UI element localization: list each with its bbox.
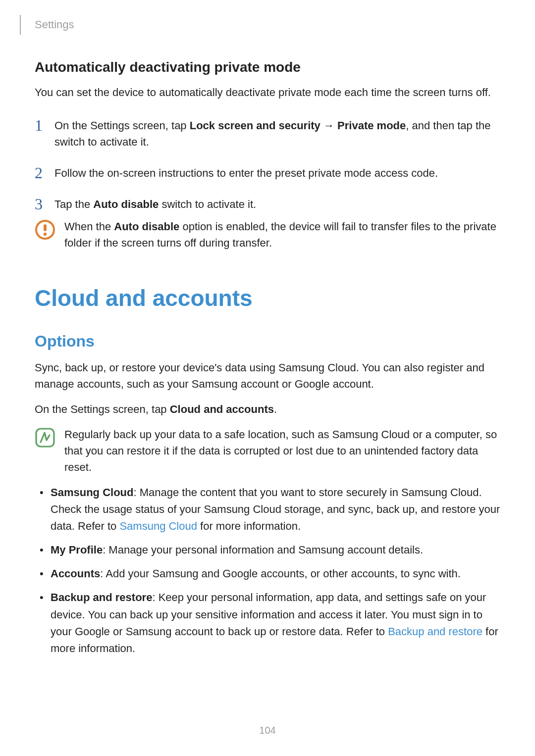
- item-label: Accounts: [51, 567, 100, 580]
- step-3: 3 Tap the Auto disable switch to activat…: [35, 195, 500, 212]
- item-label: Samsung Cloud: [51, 486, 133, 499]
- step-number: 2: [35, 164, 54, 181]
- link-samsung-cloud[interactable]: Samsung Cloud: [119, 520, 197, 532]
- item-text: : Manage your personal information and S…: [103, 544, 423, 556]
- intro-paragraph: You can set the device to automatically …: [35, 84, 500, 101]
- item-label: My Profile: [51, 544, 103, 556]
- list-item: Accounts: Add your Samsung and Google ac…: [51, 565, 500, 582]
- step-number: 1: [35, 116, 54, 133]
- manual-page: Settings Automatically deactivating priv…: [0, 0, 535, 756]
- note-callout: Regularly back up your data to a safe lo…: [35, 426, 500, 475]
- breadcrumb-label: Settings: [35, 18, 74, 31]
- step-body: On the Settings screen, tap Lock screen …: [54, 116, 500, 150]
- list-item: Samsung Cloud: Manage the content that y…: [51, 484, 500, 535]
- step-1: 1 On the Settings screen, tap Lock scree…: [35, 116, 500, 150]
- step3-bold: Auto disable: [93, 198, 159, 210]
- feature-list: Samsung Cloud: Manage the content that y…: [35, 484, 500, 657]
- item-text-post: for more information.: [197, 520, 301, 532]
- item-label: Backup and restore: [51, 591, 152, 604]
- note-icon: [35, 427, 55, 448]
- svg-point-2: [44, 233, 47, 236]
- link-backup-restore[interactable]: Backup and restore: [388, 625, 482, 638]
- warn-p1: When the: [64, 220, 114, 233]
- options-instruction: On the Settings screen, tap Cloud and ac…: [35, 401, 500, 417]
- instr-bold: Cloud and accounts: [170, 403, 274, 415]
- item-text: : Add your Samsung and Google accounts, …: [100, 567, 461, 580]
- options-intro: Sync, back up, or restore your device's …: [35, 359, 500, 392]
- section-heading-auto-deactivate: Automatically deactivating private mode: [35, 59, 500, 75]
- step-number: 3: [35, 195, 54, 212]
- step3-prefix: Tap the: [54, 198, 93, 210]
- step-2: 2 Follow the on-screen instructions to e…: [35, 164, 500, 181]
- step3-suffix: switch to activate it.: [159, 198, 256, 210]
- warning-text: When the Auto disable option is enabled,…: [64, 218, 500, 251]
- svg-rect-3: [36, 429, 54, 447]
- warning-icon: [35, 219, 55, 240]
- instr-post: .: [274, 403, 277, 415]
- step1-bold2: Private mode: [337, 119, 406, 132]
- chapter-title-cloud: Cloud and accounts: [35, 285, 500, 311]
- step1-bold1: Lock screen and security: [190, 119, 321, 132]
- page-number: 104: [0, 725, 535, 736]
- breadcrumb-bar: [20, 15, 21, 35]
- note-text: Regularly back up your data to a safe lo…: [64, 426, 500, 475]
- subheading-options: Options: [35, 332, 500, 351]
- step-body: Tap the Auto disable switch to activate …: [54, 195, 500, 212]
- arrow-icon: →: [321, 119, 337, 132]
- warning-callout: When the Auto disable option is enabled,…: [35, 218, 500, 251]
- breadcrumb: Settings: [35, 15, 500, 35]
- warn-bold: Auto disable: [114, 220, 179, 233]
- list-item: Backup and restore: Keep your personal i…: [51, 589, 500, 656]
- instr-pre: On the Settings screen, tap: [35, 403, 170, 415]
- step-body: Follow the on-screen instructions to ent…: [54, 164, 500, 181]
- svg-rect-1: [44, 224, 47, 231]
- step1-prefix: On the Settings screen, tap: [54, 119, 190, 132]
- list-item: My Profile: Manage your personal informa…: [51, 542, 500, 558]
